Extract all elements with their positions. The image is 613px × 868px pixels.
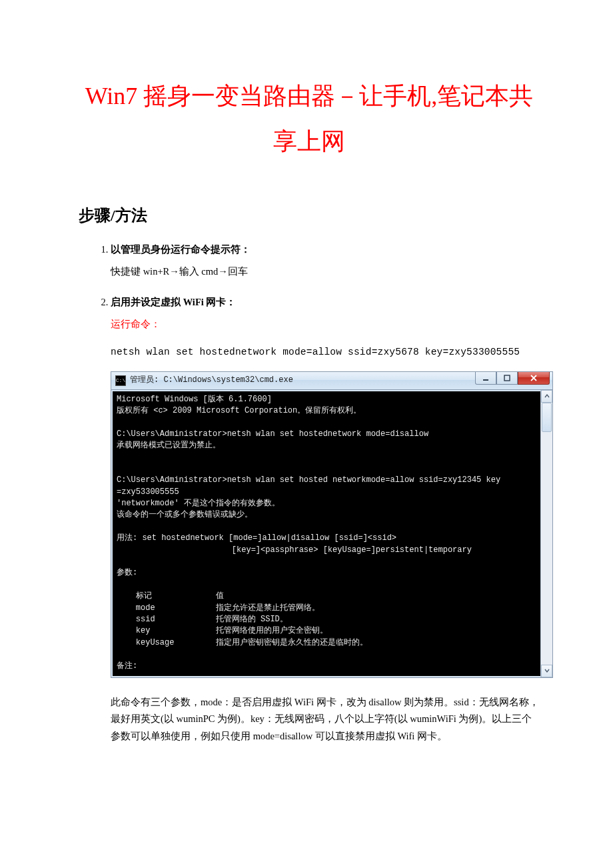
console-line: 承载网络模式已设置为禁止。 [117,441,221,450]
console-col: key [136,625,216,637]
console-line: =zxy533005555 [117,487,179,497]
scroll-down-button[interactable] [541,665,552,677]
console-col: ssid [136,614,216,625]
console-line: [key=]<passphrase> [keyUsage=]persistent… [117,545,472,555]
console-col: 值 [216,591,224,601]
step-body: 快捷键 win+R→输入 cmd→回车 [111,263,540,281]
console-line: 版权所有 <c> 2009 Microsoft Corporation。保留所有… [117,406,361,415]
console-line: Microsoft Windows [版本 6.1.7600] [117,395,272,404]
scroll-up-button[interactable] [541,390,552,403]
step-title: 启用并设定虚拟 WiFi 网卡： [111,297,236,307]
step-note: 此命令有三个参数，mode：是否启用虚拟 WiFi 网卡，改为 disallow… [111,694,540,745]
svg-rect-1 [504,375,510,381]
minimize-icon [482,375,489,381]
cmd-window: C:\ 管理员: C:\Windows\system32\cmd.exe [111,371,553,678]
scrollbar[interactable] [540,390,552,677]
steps-list: 以管理员身份运行命令提示符： 快捷键 win+R→输入 cmd→回车 启用并设定… [79,241,540,745]
scrollbar-track[interactable] [541,403,552,665]
scrollbar-thumb[interactable] [542,403,552,432]
console-output: Microsoft Windows [版本 6.1.7600] 版权所有 <c>… [111,390,540,677]
window-control-buttons [475,372,552,389]
close-icon [530,375,538,381]
console-col: keyUsage [136,637,216,649]
console-line: C:\Users\Administrator>netsh wlan set ho… [117,475,500,485]
console-col: 托管网络使用的用户安全密钥。 [216,626,328,635]
maximize-button[interactable] [496,372,518,385]
console-line: 用法: set hostednetwork [mode=]allow|disal… [117,533,396,543]
minimize-button[interactable] [475,372,496,385]
console-line: C:\Users\Administrator>netsh wlan set ho… [117,429,428,439]
console-col: 托管网络的 SSID。 [216,615,288,624]
console-col: mode [136,603,216,614]
chevron-up-icon [544,393,550,399]
console-col: 指定用户密钥密钥是永久性的还是临时的。 [216,638,368,647]
console-line: 该命令的一个或多个参数错误或缺少。 [117,510,253,519]
console-line: 参数: [117,568,137,577]
command-text: netsh wlan set hostednetwork mode=allow … [111,343,540,362]
step-item: 启用并设定虚拟 WiFi 网卡： 运行命令： netsh wlan set ho… [111,293,540,745]
run-command-label: 运行命令： [111,315,540,334]
step-title: 以管理员身份运行命令提示符： [111,244,251,255]
console-line: 备注: [117,661,137,671]
maximize-icon [504,375,510,381]
console-line: 'networkmode' 不是这个指令的有效参数。 [117,499,280,508]
titlebar: C:\ 管理员: C:\Windows\system32\cmd.exe [111,372,552,390]
cmd-icon: C:\ [115,375,126,386]
svg-rect-0 [483,379,488,381]
chevron-down-icon [544,668,550,673]
titlebar-left: C:\ 管理员: C:\Windows\system32\cmd.exe [111,373,475,388]
document-page: Win7 摇身一变当路由器－让手机,笔记本共享上网 步骤/方法 以管理员身份运行… [0,0,613,797]
window-title: 管理员: C:\Windows\system32\cmd.exe [130,373,293,388]
console-col: 指定允许还是禁止托管网络。 [216,603,320,613]
console-col: 标记 [136,591,216,602]
step-item: 以管理员身份运行命令提示符： 快捷键 win+R→输入 cmd→回车 [111,241,540,281]
close-button[interactable] [518,372,550,385]
page-title: Win7 摇身一变当路由器－让手机,笔记本共享上网 [79,73,540,165]
section-heading: 步骤/方法 [79,205,540,226]
